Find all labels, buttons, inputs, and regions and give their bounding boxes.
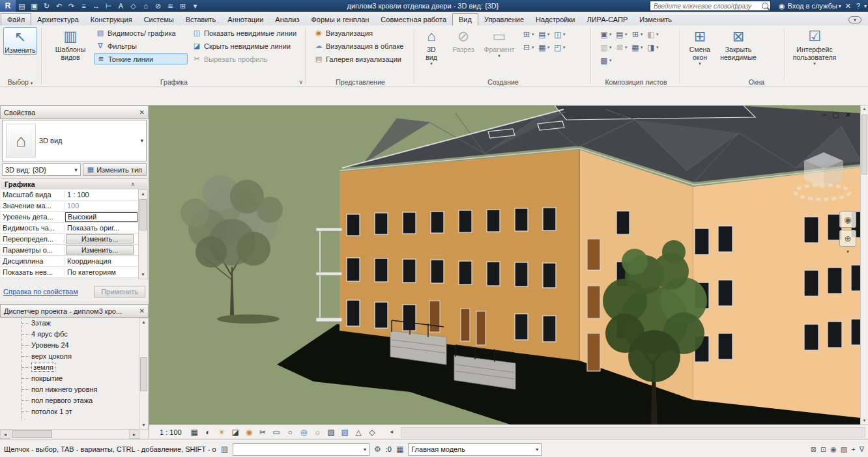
shadows-button[interactable]: ◪ xyxy=(229,428,242,437)
crop-view-button[interactable]: ✂ xyxy=(257,428,269,437)
show-crop-button[interactable]: ▭ xyxy=(270,428,283,437)
open-file-icon[interactable]: ▤ xyxy=(16,2,28,10)
sun-path-button[interactable]: ☀ xyxy=(216,428,228,437)
property-row-scale[interactable]: Масштаб вида1 : 100 xyxy=(1,189,139,201)
lock-orientation-button[interactable]: ○ xyxy=(284,428,297,437)
close-hidden-windows-button[interactable]: ⊠ Закрыть невидимые xyxy=(718,27,759,61)
displacement-button[interactable]: ◇ xyxy=(366,428,379,437)
tab-lira-sapr[interactable]: ЛИРА-САПР xyxy=(581,14,633,25)
tree-item-level[interactable]: 4 ярус фбс xyxy=(0,329,139,340)
matchline-button[interactable]: ⊠▾ xyxy=(615,41,630,54)
scroll-up-icon[interactable]: ▲ xyxy=(139,190,147,198)
property-row-show-hidden[interactable]: Показать нев...По категориям xyxy=(1,267,139,278)
tab-view[interactable]: Вид xyxy=(452,13,478,25)
scroll-up-icon[interactable]: ▲ xyxy=(139,318,148,326)
exchange-apps-icon[interactable]: ✕ xyxy=(845,2,851,10)
select-by-face-toggle[interactable]: ▨ xyxy=(841,445,847,454)
revisions-button[interactable]: ◧▾ xyxy=(646,28,661,41)
building-wing[interactable] xyxy=(693,167,861,418)
drag-on-select-toggle[interactable]: + xyxy=(851,445,855,453)
panel-label-sheet-composition[interactable]: Композиция листов xyxy=(592,78,680,86)
signin-label[interactable]: Вход в службы xyxy=(788,2,837,10)
render-button[interactable]: ◉ Визуализация xyxy=(312,27,411,38)
tab-structure[interactable]: Конструкция xyxy=(85,14,138,25)
tree-item-level[interactable]: покрытие xyxy=(0,373,139,384)
thin-lines-button[interactable]: ≋ Тонкие линии xyxy=(94,53,188,64)
type-selector-dropdown-icon[interactable]: ▾ xyxy=(140,137,143,144)
tab-collaborate[interactable]: Совместная работа xyxy=(375,14,452,25)
properties-scrollbar[interactable]: ▲ ▼ xyxy=(138,189,148,279)
ribbon-display-toggle[interactable]: ▾ xyxy=(848,16,861,23)
render-dialog-button[interactable]: ◉ xyxy=(243,428,255,437)
sync-icon[interactable]: ↻ xyxy=(40,2,53,10)
apply-button[interactable]: Применить xyxy=(94,286,145,298)
tab-systems[interactable]: Системы xyxy=(138,14,180,25)
tab-addins[interactable]: Надстройки xyxy=(530,14,581,25)
undo-icon[interactable]: ↶ xyxy=(53,2,65,10)
thin-lines-icon[interactable]: ≋ xyxy=(164,2,177,10)
building-front-wall[interactable] xyxy=(316,150,579,361)
title-block-button[interactable]: ▤▾ xyxy=(615,28,630,41)
tree-item-level[interactable]: Уровень 24 xyxy=(0,340,139,351)
visibility-graphics-button[interactable]: ▧ Видимость/ графика xyxy=(94,27,188,38)
filters-button[interactable]: ∇ Фильтры xyxy=(94,40,188,51)
panel-label-presentation[interactable]: Представление xyxy=(307,78,414,86)
print-icon[interactable]: ≡ xyxy=(78,2,90,10)
guide-grid-button[interactable]: ▥▾ xyxy=(599,41,615,54)
select-pinned-toggle[interactable]: ◉ xyxy=(830,445,837,454)
property-row-detail-level[interactable]: Уровень дета...Высокий xyxy=(1,212,139,223)
active-workset-select[interactable]: ▾ xyxy=(233,443,369,456)
instance-selector[interactable]: 3D вид: {3D} ▾ xyxy=(2,163,81,176)
panel-label-windows[interactable]: Окна xyxy=(682,78,832,86)
default-3d-view-icon[interactable]: ⌂ xyxy=(139,2,152,10)
section-icon[interactable]: ⊘ xyxy=(152,2,164,10)
3d-view-button[interactable]: ⌂ 3D вид ▾ xyxy=(418,27,444,66)
scroll-right-icon[interactable]: ► xyxy=(129,430,139,439)
tree-item-level-selected[interactable]: земля xyxy=(0,362,139,373)
redo-icon[interactable]: ↷ xyxy=(65,2,78,10)
analytical-model-button[interactable]: △ xyxy=(353,428,365,437)
remove-hidden-lines-button[interactable]: ◪ Скрыть невидимые линии xyxy=(190,40,305,51)
scroll-left-icon[interactable]: ◄ xyxy=(0,430,10,439)
tree-item-level[interactable]: потолок 1 эт xyxy=(0,406,139,417)
text-note-icon[interactable]: A xyxy=(115,2,127,10)
render-in-cloud-button[interactable]: ☁ Визуализация в облаке xyxy=(312,40,411,51)
scroll-down-icon[interactable]: ▼ xyxy=(139,271,147,279)
worksharing-display-button[interactable]: ▧ xyxy=(325,428,338,437)
plan-views-button[interactable]: ⊞▾ xyxy=(521,28,537,41)
section-header-graphics[interactable]: Графика ∧ xyxy=(1,178,148,190)
view-restore-icon[interactable]: ▢ xyxy=(832,111,839,119)
temp-view-properties-button[interactable]: ▨ xyxy=(339,428,351,437)
signin-dropdown-icon[interactable]: ▾ xyxy=(839,3,841,9)
new-sheet-button[interactable]: ▣▾ xyxy=(599,28,615,41)
drafting-view-button[interactable]: ◫▾ xyxy=(553,28,568,41)
save-icon[interactable]: ▣ xyxy=(28,2,40,10)
user-icon[interactable]: ◉ xyxy=(779,2,785,10)
reveal-hidden-button[interactable]: ☼ xyxy=(311,428,324,437)
drawing-area-3d-view[interactable]: – ▢ ✕ ◉ ⊕ ▾ ▲ ▼ xyxy=(149,105,868,424)
tab-annotate[interactable]: Аннотации xyxy=(222,14,269,25)
navigation-wheel-button[interactable]: ◉ xyxy=(839,211,856,228)
hscroll-left-icon[interactable]: ◄ xyxy=(386,429,397,435)
detail-level-button[interactable]: ▦ xyxy=(188,428,201,437)
help-icon[interactable]: ? xyxy=(856,2,860,10)
properties-close-icon[interactable]: ✕ xyxy=(139,109,145,116)
tree-item-level[interactable]: пол первого этажа xyxy=(0,395,139,406)
view-minimize-icon[interactable]: – xyxy=(822,111,826,119)
section-collapse-icon[interactable]: ∧ xyxy=(130,181,135,187)
callout-button[interactable]: ▭ Фрагмент ▾ xyxy=(481,27,517,58)
property-row-vg-overrides[interactable]: Переопредел...Изменить... xyxy=(1,234,139,245)
measure-icon[interactable]: ↔ xyxy=(90,2,102,10)
viewports-button[interactable]: ◨▾ xyxy=(646,41,661,54)
panel-label-graphics[interactable]: Графика xyxy=(43,78,305,86)
tab-modify[interactable]: Изменить xyxy=(633,14,678,25)
3d-scene[interactable] xyxy=(149,105,861,424)
schedules-button[interactable]: ◰▾ xyxy=(553,41,568,54)
viewport-scrollbar[interactable]: ▲ ▼ xyxy=(860,105,868,424)
scale-button[interactable]: 1 : 100 xyxy=(154,428,187,436)
editing-requests-icon[interactable]: ⚙ xyxy=(374,445,381,454)
qat-customize-icon[interactable]: ▾ xyxy=(189,2,201,10)
elevation-button[interactable]: ▤▾ xyxy=(537,28,553,41)
show-hidden-lines-button[interactable]: ◫ Показать невидимые линии xyxy=(190,27,305,38)
scroll-up-icon[interactable]: ▲ xyxy=(861,105,868,113)
